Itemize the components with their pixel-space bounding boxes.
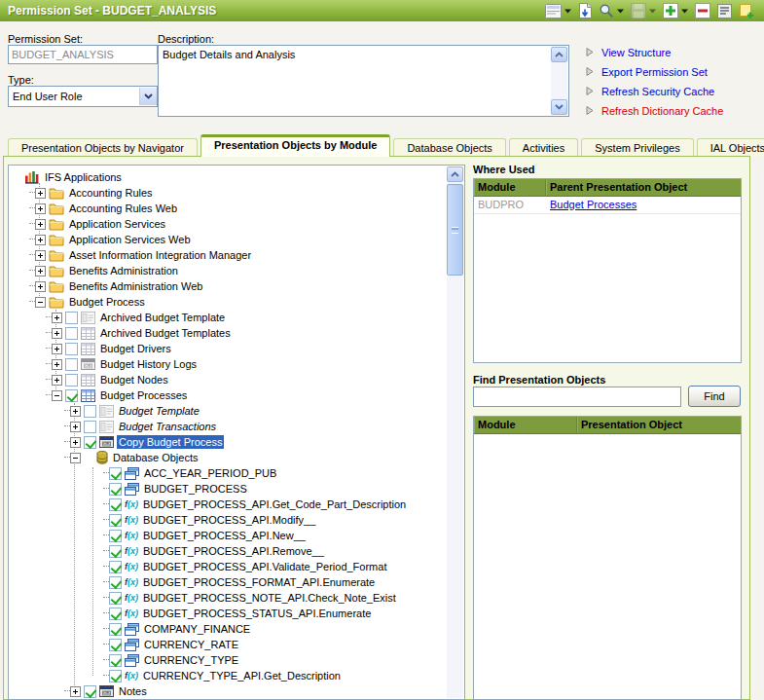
tree-node[interactable]: CURRENCY_RATE xyxy=(9,637,448,652)
node-checkbox[interactable] xyxy=(109,561,122,573)
window-views-icon[interactable] xyxy=(545,2,571,19)
expand-icon[interactable] xyxy=(70,437,81,448)
tree-node[interactable]: IFS Applications xyxy=(9,169,448,185)
node-checkbox[interactable] xyxy=(109,545,122,558)
tree-node[interactable]: ACC_YEAR_PERIOD_PUB xyxy=(9,465,448,481)
node-checkbox[interactable] xyxy=(109,467,122,480)
link-export-permission-set[interactable]: Export Permission Set xyxy=(586,64,723,79)
node-checkbox[interactable] xyxy=(109,623,122,636)
description-scrollbar[interactable] xyxy=(551,47,567,115)
tree-node[interactable]: f(x)BUDGET_PROCESS_API.Validate_Period_F… xyxy=(9,559,448,574)
description-input[interactable]: Budget Details and Analysis xyxy=(158,45,569,117)
tree-node[interactable]: Application Services Web xyxy=(9,232,448,247)
tree-node[interactable]: f(x)BUDGET_PROCESS_API.New__ xyxy=(9,528,448,543)
tree-node[interactable]: COMPANY_FINANCE xyxy=(9,621,448,637)
node-checkbox[interactable] xyxy=(84,685,96,698)
tree-node[interactable]: Archived Budget Templates xyxy=(9,325,448,341)
scrollbar-thumb[interactable] xyxy=(447,184,463,276)
tree-node[interactable]: f(x)CURRENCY_TYPE_API.Get_Description xyxy=(9,668,448,683)
node-checkbox[interactable] xyxy=(65,343,78,355)
node-checkbox[interactable] xyxy=(109,530,122,542)
tree-node[interactable]: BUDGET_PROCESS xyxy=(9,481,448,497)
tree-node[interactable]: f(x)BUDGET_PROCESS_API.Remove__ xyxy=(9,543,448,559)
expand-icon[interactable] xyxy=(52,344,62,354)
tree-node[interactable]: Database Objects xyxy=(9,450,448,465)
tree-node[interactable]: f(x)BUDGET_PROCESS_FORMAT_API.Enumerate xyxy=(9,574,448,590)
chevron-down-icon[interactable] xyxy=(139,88,157,105)
tree-node[interactable]: OKNotes xyxy=(9,683,448,699)
expand-icon[interactable] xyxy=(35,281,46,292)
tree-node[interactable]: Budget Process xyxy=(9,294,448,310)
node-checkbox[interactable] xyxy=(84,405,96,418)
node-checkbox[interactable] xyxy=(109,498,122,511)
collapse-icon[interactable] xyxy=(52,390,62,401)
expand-icon[interactable] xyxy=(52,359,62,370)
object-link[interactable]: Budget Processes xyxy=(550,199,637,210)
tree-node[interactable]: f(x)BUDGET_PROCESS_NOTE_API.Check_Note_E… xyxy=(9,590,448,606)
tree-node[interactable]: f(x)BUDGET_PROCESS_API.Modify__ xyxy=(9,512,448,528)
add-note-icon[interactable] xyxy=(739,2,754,19)
node-checkbox[interactable] xyxy=(109,514,122,527)
tree-node[interactable]: Accounting Rules Web xyxy=(9,201,448,216)
expand-icon[interactable] xyxy=(35,203,46,214)
save-icon[interactable] xyxy=(631,2,656,19)
expand-icon[interactable] xyxy=(35,219,46,230)
tree-node[interactable]: Application Services xyxy=(9,216,448,232)
node-checkbox[interactable] xyxy=(109,670,122,682)
tree-node[interactable]: Budget Transactions xyxy=(9,419,448,434)
tree-node[interactable]: Accounting Rules xyxy=(9,185,448,201)
node-checkbox[interactable] xyxy=(84,436,96,449)
tree-node[interactable]: f(x)BUDGET_PROCESS_API.Get_Code_Part_Des… xyxy=(9,497,448,512)
scroll-up-icon[interactable] xyxy=(551,47,567,62)
link-refresh-dictionary-cache[interactable]: Refresh Dictionary Cache xyxy=(586,103,723,118)
tree-node[interactable]: OKBudget History Logs xyxy=(9,356,448,372)
list-icon[interactable] xyxy=(717,2,732,19)
tree-node[interactable]: OKCopy Budget Process xyxy=(9,434,448,450)
node-checkbox[interactable] xyxy=(65,312,78,324)
expand-icon[interactable] xyxy=(35,250,46,261)
tree-node[interactable]: Budget Template xyxy=(9,403,448,419)
tab-system-privileges[interactable]: System Privileges xyxy=(581,138,693,157)
scroll-down-icon[interactable] xyxy=(551,99,567,115)
tree-node[interactable]: Asset Information Integration Manager xyxy=(9,247,448,263)
tree-node[interactable]: Budget Drivers xyxy=(9,341,448,356)
node-checkbox[interactable] xyxy=(109,592,122,605)
tab-ial-objects[interactable]: IAL Objects xyxy=(697,138,764,157)
tab-presentation-objects-by-navigator[interactable]: Presentation Objects by Navigator xyxy=(8,138,198,157)
find-input[interactable] xyxy=(473,387,681,407)
tree-node[interactable]: Budget Nodes xyxy=(9,372,448,387)
node-checkbox[interactable] xyxy=(109,483,122,496)
expand-icon[interactable] xyxy=(52,328,62,339)
collapse-icon[interactable] xyxy=(70,453,81,463)
tree-node[interactable]: Benefits Administration xyxy=(9,263,448,278)
tab-database-objects[interactable]: Database Objects xyxy=(393,138,505,157)
permission-set-input[interactable] xyxy=(8,45,158,64)
tab-presentation-objects-by-module[interactable]: Presentation Objects by Module xyxy=(200,134,390,157)
expand-icon[interactable] xyxy=(70,422,81,432)
node-checkbox[interactable] xyxy=(109,608,122,620)
new-icon[interactable] xyxy=(663,2,688,19)
tree-node[interactable]: Benefits Administration Web xyxy=(9,278,448,294)
node-checkbox[interactable] xyxy=(109,576,122,589)
type-select[interactable]: End User Role xyxy=(8,86,158,107)
node-checkbox[interactable] xyxy=(65,327,78,340)
node-checkbox[interactable] xyxy=(109,654,122,667)
find-button[interactable]: Find xyxy=(688,386,741,407)
link-view-structure[interactable]: View Structure xyxy=(586,45,723,59)
expand-icon[interactable] xyxy=(35,235,46,245)
expand-icon[interactable] xyxy=(70,686,81,697)
scroll-up-icon[interactable] xyxy=(447,166,463,182)
tree-node[interactable]: CURRENCY_TYPE xyxy=(9,652,448,668)
tree-node[interactable]: f(x)BUDGET_PROCESS_STATUS_API.Enumerate xyxy=(9,606,448,621)
link-refresh-security-cache[interactable]: Refresh Security Cache xyxy=(586,84,723,98)
document-import-icon[interactable] xyxy=(578,2,592,19)
node-checkbox[interactable] xyxy=(84,421,96,433)
node-checkbox[interactable] xyxy=(65,374,78,387)
tree-scrollbar[interactable] xyxy=(447,166,463,698)
remove-icon[interactable] xyxy=(695,2,710,19)
expand-icon[interactable] xyxy=(70,406,81,417)
node-checkbox[interactable] xyxy=(65,358,78,371)
collapse-icon[interactable] xyxy=(35,297,46,308)
expand-icon[interactable] xyxy=(52,375,62,386)
node-checkbox[interactable] xyxy=(65,389,78,402)
